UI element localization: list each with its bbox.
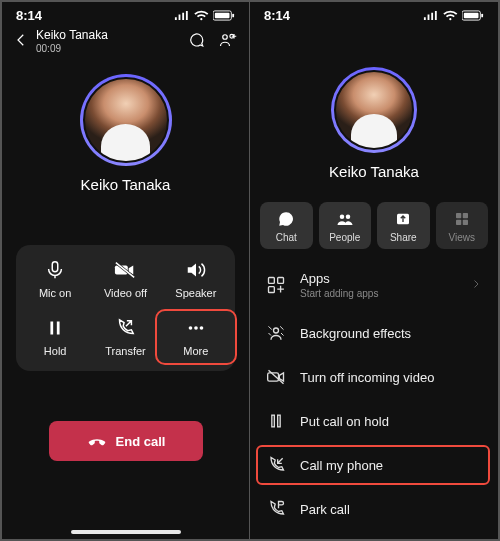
menu-apps-sub: Start adding apps: [300, 288, 456, 299]
avatar: [83, 77, 169, 163]
menu-apps[interactable]: Apps Start adding apps: [250, 259, 498, 311]
people-label: People: [329, 232, 360, 243]
svg-rect-10: [464, 13, 479, 19]
participant: Keiko Tanaka: [250, 67, 498, 180]
menu-transfer[interactable]: Transfer: [250, 531, 498, 540]
speaker-label: Speaker: [175, 287, 216, 299]
video-button[interactable]: Video off: [90, 259, 160, 299]
battery-icon: [213, 10, 235, 21]
svg-point-3: [223, 34, 228, 39]
hold-icon: [44, 317, 66, 339]
wifi-icon: [443, 10, 458, 21]
chat-icon: [277, 210, 295, 228]
share-button[interactable]: Share: [377, 202, 430, 249]
apps-icon: [266, 275, 286, 295]
menu-callmyphone-label: Call my phone: [300, 458, 383, 473]
background-effects-icon: [266, 323, 286, 343]
end-call-button[interactable]: End call: [49, 421, 203, 461]
more-menu: Apps Start adding apps Background effect…: [250, 259, 498, 540]
svg-point-8: [199, 326, 203, 330]
status-icons: [423, 10, 484, 21]
chat-label: Chat: [276, 232, 297, 243]
people-icon: [336, 210, 354, 228]
home-indicator: [71, 530, 181, 534]
more-button[interactable]: More: [161, 317, 231, 357]
transfer-icon: [114, 317, 136, 339]
menu-incoming-label: Turn off incoming video: [300, 370, 434, 385]
status-bar: 8:14: [250, 2, 498, 23]
screenshot-pair: 8:14 Keiko Tanaka 00:09: [0, 0, 500, 541]
avatar-ring: [331, 67, 417, 153]
svg-rect-25: [278, 415, 281, 427]
mic-icon: [44, 259, 66, 281]
svg-rect-16: [463, 213, 468, 218]
views-icon: [453, 210, 471, 228]
status-icons: [174, 10, 235, 21]
participant-name: Keiko Tanaka: [81, 176, 171, 193]
menu-park-label: Park call: [300, 502, 350, 517]
wifi-icon: [194, 10, 209, 21]
svg-rect-24: [272, 415, 275, 427]
phone-left: 8:14 Keiko Tanaka 00:09: [1, 1, 250, 540]
svg-rect-21: [269, 287, 275, 293]
top-bar: Keiko Tanaka 00:09: [2, 23, 249, 56]
cell-signal-icon: [423, 10, 440, 21]
svg-point-6: [188, 326, 192, 330]
svg-rect-2: [232, 14, 234, 18]
video-label: Video off: [104, 287, 147, 299]
back-area[interactable]: Keiko Tanaka 00:09: [12, 29, 108, 54]
chevron-left-icon: [12, 31, 30, 53]
svg-rect-18: [463, 220, 468, 225]
svg-point-22: [274, 328, 279, 333]
svg-rect-11: [481, 14, 483, 18]
menu-hold-label: Put call on hold: [300, 414, 389, 429]
menu-apps-label: Apps: [300, 271, 456, 286]
status-time: 8:14: [264, 8, 290, 23]
menu-call-my-phone[interactable]: Call my phone: [250, 443, 498, 487]
menu-background-effects[interactable]: Background effects: [250, 311, 498, 355]
park-call-icon: [266, 499, 286, 519]
menu-bg-label: Background effects: [300, 326, 411, 341]
hangup-icon: [86, 430, 108, 452]
speaker-icon: [185, 259, 207, 281]
hold-label: Hold: [44, 345, 67, 357]
cell-signal-icon: [174, 10, 191, 21]
call-controls: Mic on Video off Speaker Hold Transfer: [16, 245, 235, 371]
participant-name: Keiko Tanaka: [329, 163, 419, 180]
more-label: More: [183, 345, 208, 357]
phone-right: 8:14 Keiko Tanaka Chat People: [250, 1, 499, 540]
menu-park-call[interactable]: Park call: [250, 487, 498, 531]
call-my-phone-icon: [266, 455, 286, 475]
svg-rect-15: [456, 213, 461, 218]
speaker-button[interactable]: Speaker: [161, 259, 231, 299]
views-label: Views: [449, 232, 476, 243]
participant: Keiko Tanaka: [2, 74, 249, 193]
svg-rect-19: [269, 278, 275, 284]
mic-button[interactable]: Mic on: [20, 259, 90, 299]
hold-button[interactable]: Hold: [20, 317, 90, 357]
people-button[interactable]: People: [319, 202, 372, 249]
video-off-icon: [114, 259, 136, 281]
transfer-label: Transfer: [105, 345, 146, 357]
more-icon: [185, 317, 207, 339]
chat-button[interactable]: Chat: [260, 202, 313, 249]
views-button[interactable]: Views: [436, 202, 489, 249]
quick-actions: Chat People Share Views: [250, 202, 498, 249]
avatar: [334, 70, 414, 150]
caller-name: Keiko Tanaka: [36, 29, 108, 42]
caller-info: Keiko Tanaka 00:09: [36, 29, 108, 54]
chat-icon[interactable]: [187, 31, 205, 53]
share-label: Share: [390, 232, 417, 243]
hold-icon: [266, 411, 286, 431]
svg-rect-1: [215, 13, 230, 19]
svg-point-13: [346, 215, 351, 220]
menu-turn-off-incoming[interactable]: Turn off incoming video: [250, 355, 498, 399]
video-off-icon: [266, 367, 286, 387]
svg-rect-20: [278, 278, 284, 284]
transfer-button[interactable]: Transfer: [90, 317, 160, 357]
avatar-ring: [80, 74, 172, 166]
menu-hold[interactable]: Put call on hold: [250, 399, 498, 443]
svg-rect-5: [52, 262, 58, 272]
status-bar: 8:14: [2, 2, 249, 23]
people-add-icon[interactable]: [219, 31, 237, 53]
